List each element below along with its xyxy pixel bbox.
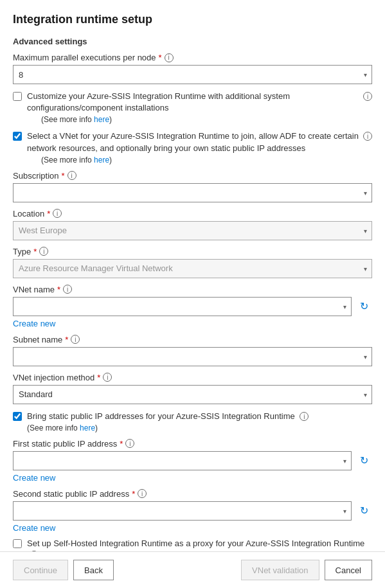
vnet-name-row: ▾ ↻ [13,297,372,316]
customize-ssis-row: Customize your Azure-SSIS Integration Ru… [13,91,372,124]
location-select-wrapper: West Europe ▾ [13,221,372,240]
subscription-required: * [62,171,65,181]
first-static-ip-row: ▾ ↻ [13,451,372,470]
type-info-icon[interactable]: i [39,247,48,256]
cancel-button[interactable]: Cancel [325,560,372,580]
vnet-injection-label: VNet injection method * i [13,373,372,382]
subscription-label: Subscription * i [13,171,372,181]
vnet-name-select[interactable] [13,297,352,316]
vnet-select-label: Select a VNet for your Azure-SSIS Integr… [27,131,359,152]
max-parallel-info-icon[interactable]: i [165,53,174,62]
second-static-ip-refresh-button[interactable]: ↻ [355,501,372,521]
second-static-ip-required: * [132,489,135,499]
subscription-select-wrapper: ▾ [13,183,372,202]
vnet-name-refresh-button[interactable]: ↻ [355,297,372,316]
first-static-ip-info-icon[interactable]: i [125,439,134,448]
second-static-ip-label: Second static public IP address * i [13,489,372,499]
subnet-name-required: * [65,335,68,344]
continue-button[interactable]: Continue [13,560,68,580]
second-static-ip-select[interactable] [13,501,352,521]
required-star: * [159,53,162,62]
customize-ssis-checkbox[interactable] [13,92,22,101]
back-button[interactable]: Back [73,560,114,580]
vnet-select-here-link[interactable]: here [94,156,109,165]
customize-ssis-here-link[interactable]: here [94,115,109,124]
self-hosted-label: Set up Self-Hosted Integration Runtime a… [27,539,364,548]
bring-static-ip-here-link[interactable]: here [80,423,95,432]
advanced-settings-title: Advanced settings [13,37,372,46]
footer: Continue Back VNet validation Cancel [0,551,385,588]
self-hosted-checkbox[interactable] [13,539,22,548]
vnet-select-row: Select a VNet for your Azure-SSIS Integr… [13,130,372,164]
vnet-name-info-icon[interactable]: i [63,285,72,294]
max-parallel-select[interactable]: 8 1 2 4 16 [13,65,372,84]
first-static-ip-required: * [120,439,123,449]
type-select-wrapper: Azure Resource Manager Virtual Network ▾ [13,259,372,278]
location-required: * [47,209,50,218]
vnet-name-required: * [57,285,60,294]
customize-ssis-info-icon[interactable]: i [363,92,372,101]
subnet-name-select-wrapper: ▾ [13,347,372,366]
vnet-select-subtext: (See more info here) [41,156,372,165]
subscription-info-icon[interactable]: i [67,171,76,180]
customize-ssis-label: Customize your Azure-SSIS Integration Ru… [27,91,290,112]
location-select[interactable]: West Europe [13,221,372,240]
subnet-name-label: Subnet name * i [13,335,372,344]
page-title: Integration runtime setup [13,13,372,26]
first-static-ip-refresh-button[interactable]: ↻ [355,451,372,470]
second-static-ip-info-icon[interactable]: i [138,489,147,498]
type-required: * [33,247,37,256]
second-static-ip-row: ▾ ↻ [13,501,372,521]
max-parallel-label: Maximum parallel executions per node * i [13,53,372,62]
bring-static-ip-row: Bring static public IP addresses for you… [13,411,372,432]
vnet-validation-button[interactable]: VNet validation [241,560,319,580]
subscription-select[interactable] [13,183,372,202]
first-static-ip-select[interactable] [13,451,352,470]
customize-ssis-subtext: (See more info here) [41,115,372,124]
vnet-injection-required: * [97,373,100,382]
max-parallel-select-wrapper: 8 1 2 4 16 ▾ [13,65,372,84]
location-info-icon[interactable]: i [53,209,62,218]
first-static-ip-label: First static public IP address * i [13,439,372,449]
vnet-injection-select-wrapper: Standard Express ▾ [13,385,372,404]
first-static-ip-select-wrapper: ▾ [13,451,352,470]
vnet-select-checkbox[interactable] [13,132,22,141]
bring-static-ip-subtext: (See more info here) [27,423,309,432]
bring-static-ip-checkbox[interactable] [13,412,22,421]
create-new-vnet-link[interactable]: Create new [13,319,55,328]
subnet-name-select[interactable] [13,347,372,366]
type-label: Type * i [13,247,372,256]
second-static-ip-select-wrapper: ▾ [13,501,352,521]
bring-static-ip-info-icon[interactable]: i [300,412,309,421]
vnet-name-label: VNet name * i [13,285,372,294]
create-new-first-ip-link[interactable]: Create new [13,473,55,483]
vnet-name-select-wrapper: ▾ [13,297,352,316]
subnet-name-info-icon[interactable]: i [71,335,80,344]
vnet-injection-info-icon[interactable]: i [103,373,112,382]
location-label: Location * i [13,209,372,218]
type-select[interactable]: Azure Resource Manager Virtual Network [13,259,372,278]
create-new-second-ip-link[interactable]: Create new [13,523,55,533]
bring-static-ip-label: Bring static public IP addresses for you… [27,411,295,421]
vnet-injection-select[interactable]: Standard Express [13,385,372,404]
